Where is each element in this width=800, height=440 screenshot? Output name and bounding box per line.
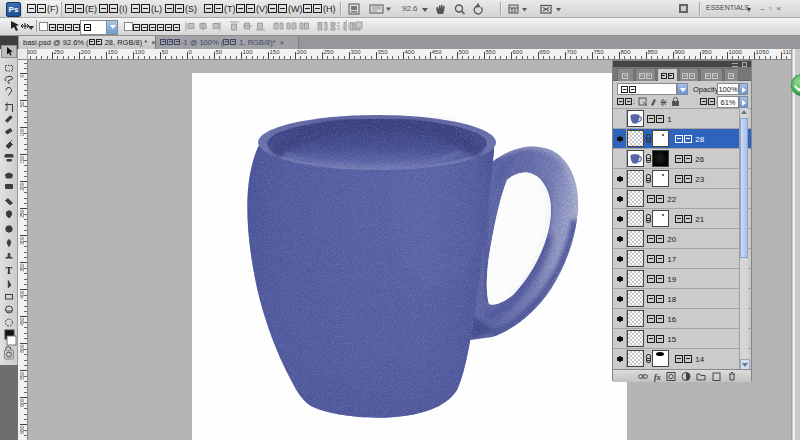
svg-text:T: T [6,265,13,276]
svg-text:fx: fx [654,373,661,382]
